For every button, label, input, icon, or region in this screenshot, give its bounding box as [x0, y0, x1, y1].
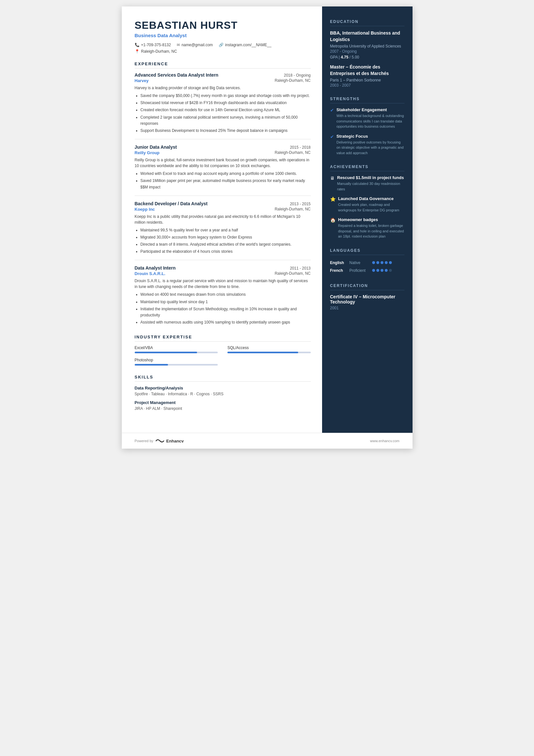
education-section: EDUCATION BBA, International Business an… — [330, 19, 404, 88]
bullet-item: Initiated the implementation of Scrum Me… — [140, 306, 311, 318]
strengths-title: STRENGTHS — [330, 97, 404, 103]
achievement-title-2: Launched Data Governance — [338, 196, 404, 201]
job-title-1: Advanced Services Data Analyst Intern — [135, 72, 218, 78]
languages-title: LANGUAGES — [330, 248, 404, 255]
job-bullets-3: Maintained 99,5 % quality level for over… — [135, 227, 311, 255]
location-text: Raleigh-Durham, NC — [141, 49, 177, 54]
job-dates-3: 2013 - 2015 — [290, 202, 311, 206]
strength-item-2: ✔ Strategic Focus Delivering positive ou… — [330, 134, 404, 156]
job-title-4: Data Analyst Intern — [135, 265, 176, 271]
achievement-desc-2: Created work plan, roadmap and workgroup… — [338, 202, 404, 213]
bullet-item: Assisted with numerous audits using 100%… — [140, 319, 311, 325]
achievement-item-1: 🖥 Rescued $1.5mill in project funds Manu… — [330, 175, 404, 192]
dot — [389, 261, 392, 264]
bullet-item: Migrated 30,000+ accounts from legacy sy… — [140, 234, 311, 240]
bullet-item: Maintained top quality level since day 1 — [140, 299, 311, 305]
bullet-item: Saved the company $50,000 (.7%) every mo… — [140, 93, 311, 99]
strength-desc-1: With a technical background & outstandin… — [337, 113, 404, 129]
education-title: EDUCATION — [330, 19, 404, 26]
strengths-section: STRENGTHS ✔ Stakeholder Engagement With … — [330, 97, 404, 155]
company-name-2: Reilly Group — [135, 150, 160, 155]
company-name-1: Harvey — [135, 78, 149, 83]
achievements-title: ACHIEVEMENTS — [330, 165, 404, 171]
company-location-4: Raleigh-Durham, NC — [275, 271, 311, 276]
degree-gpa: GPA | 4.75 / 5.00 — [330, 55, 404, 60]
job-desc-1: Harvey is a leading provider of storage … — [135, 85, 311, 91]
achievements-section: ACHIEVEMENTS 🖥 Rescued $1.5mill in proje… — [330, 165, 404, 239]
bullet-item: Directed a team of 8 interns. Analyzed e… — [140, 241, 311, 248]
language-row-french: French Proficient — [330, 267, 404, 274]
star-icon: ⭐ — [330, 197, 336, 202]
footer-logo: Powered by Enhancv — [135, 438, 184, 444]
job-dates-1: 2018 - Ongoing — [284, 73, 311, 78]
email-icon: ✉ — [177, 43, 180, 47]
dot — [376, 269, 379, 272]
job-bullets-2: Worked with Excel to track and map accou… — [135, 171, 311, 190]
skill-bar-fill — [227, 352, 298, 353]
skill-item-excel: Excel/VBA — [135, 345, 218, 353]
skill-bar-fill — [135, 364, 168, 365]
experience-section: EXPERIENCE Advanced Services Data Analys… — [135, 62, 311, 325]
job-item: Backend Developer / Data Analyst 2013 - … — [135, 201, 311, 255]
industry-expertise-title: INDUSTRY EXPERTISE — [135, 335, 311, 342]
bullet-item: Showcased total revenue of $42B in FY16 … — [140, 100, 311, 106]
experience-title: EXPERIENCE — [135, 62, 311, 68]
company-location-1: Raleigh-Durham, NC — [275, 78, 311, 83]
bullet-item: Created election forecast models for use… — [140, 107, 311, 113]
skills-title: SKILLS — [135, 375, 311, 382]
location-icon: 📍 — [135, 49, 140, 54]
achievement-desc-1: Manually calculated 30 day readmission r… — [337, 181, 404, 192]
phone-item: 📞 +1-709-375-8132 — [135, 43, 171, 47]
resume-header: SEBASTIAN HURST Business Data Analyst 📞 … — [135, 19, 311, 54]
job-item: Junior Data Analyst 2015 - 2018 Reilly G… — [135, 145, 311, 190]
skill-label: Photoshop — [135, 358, 218, 362]
job-item: Advanced Services Data Analyst Intern 20… — [135, 72, 311, 134]
footer-website: www.enhancv.com — [370, 439, 400, 443]
email-item: ✉ name@gmail.com — [177, 43, 213, 47]
achievement-desc-3: Repaired a leaking toilet, broken garbag… — [338, 223, 404, 239]
strength-desc-2: Delivering positive outcomes by focusing… — [337, 140, 404, 156]
phone-number: +1-709-375-8132 — [141, 43, 171, 47]
monitor-icon: 🖥 — [330, 176, 335, 181]
strength-item-1: ✔ Stakeholder Engagement With a technica… — [330, 107, 404, 129]
achievement-item-2: ⭐ Launched Data Governance Created work … — [330, 196, 404, 213]
strength-content: Stakeholder Engagement With a technical … — [337, 107, 404, 129]
school-name-1: Metropolia University of Applied Science… — [330, 44, 404, 48]
bullet-item: Participated at the elaboration of 4 hou… — [140, 249, 311, 255]
skill-cat-title: Data Reporting/Analysis — [135, 386, 311, 391]
company-name-3: Koepp Inc — [135, 207, 155, 212]
checkmark-icon: ✔ — [330, 108, 334, 113]
candidate-name: SEBASTIAN HURST — [135, 19, 311, 31]
company-location-3: Raleigh-Durham, NC — [275, 207, 311, 212]
job-title-3: Backend Developer / Data Analyst — [135, 201, 208, 206]
skill-bar-bg — [135, 352, 218, 353]
company-name-4: Drouin S.A.R.L. — [135, 271, 165, 276]
checkmark-icon: ✔ — [330, 134, 334, 139]
industry-expertise-section: INDUSTRY EXPERTISE Excel/VBA SQL/Access — [135, 335, 311, 365]
language-level: Proficient — [349, 267, 372, 274]
skill-label: SQL/Access — [227, 345, 311, 350]
bullet-item: Worked on 4000 text messages drawn from … — [140, 291, 311, 298]
language-dots — [372, 269, 404, 272]
candidate-title: Business Data Analyst — [135, 33, 311, 38]
instagram-icon: 🔗 — [219, 43, 223, 47]
dot — [385, 261, 388, 264]
dot — [381, 261, 383, 264]
language-name: English — [330, 259, 349, 267]
achievement-content: Rescued $1.5mill in project funds Manual… — [337, 175, 404, 192]
skill-item-photoshop: Photoshop — [135, 358, 218, 365]
dot — [376, 261, 379, 264]
degree-name-1: BBA, International Business and Logistic… — [330, 30, 404, 43]
bullet-item: Saved 1Million paper print per year, aut… — [140, 178, 311, 190]
brand-name: Enhancv — [166, 439, 184, 444]
bullet-item: Completed 2 large scale national politic… — [140, 114, 311, 127]
job-desc-3: Koepp Inc is a public utility that provi… — [135, 214, 311, 225]
languages-section: LANGUAGES English Native — [330, 248, 404, 274]
skill-category-reporting: Data Reporting/Analysis Spotfire · Table… — [135, 386, 311, 396]
skill-bar-fill — [135, 352, 197, 353]
skill-bar-bg — [135, 364, 218, 365]
job-desc-2: Reilly Group is a global, full-service i… — [135, 157, 311, 169]
skill-category-pm: Project Management JIRA · HP ALM · Share… — [135, 400, 311, 411]
dot — [381, 269, 383, 272]
language-row-english: English Native — [330, 259, 404, 267]
